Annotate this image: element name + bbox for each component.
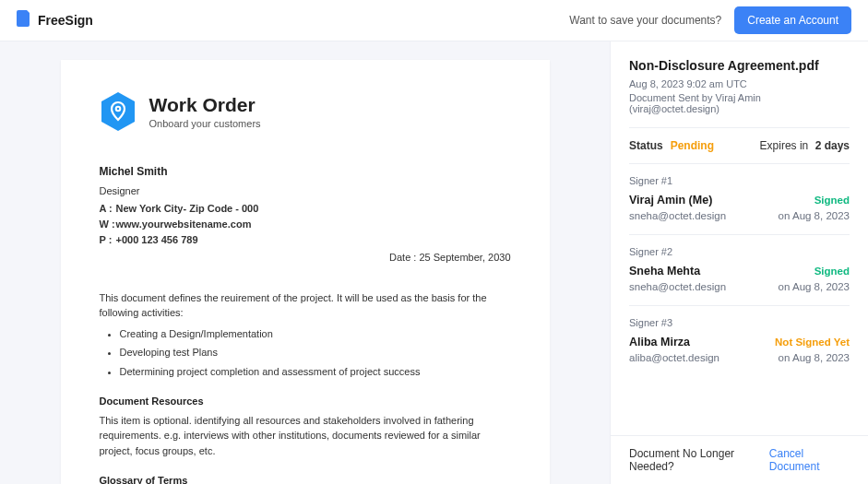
expires-value: 2 days: [815, 139, 850, 152]
status-row: Status Pending Expires in 2 days: [629, 127, 850, 163]
contact-phone: +000 123 456 789: [116, 232, 198, 248]
contact-address: New York City- Zip Code - 000: [116, 201, 259, 217]
signer-block: Signer #2 Sneha Mehta Signed sneha@octet…: [629, 234, 850, 305]
signer-status: Signed: [814, 195, 850, 206]
activities-list: Creating a Design/Implementation Develop…: [100, 326, 511, 380]
expires-label: Expires in: [760, 139, 809, 152]
intro-text: This document defines the reuirement of …: [100, 290, 511, 321]
list-item: Determining project completion and asses…: [120, 364, 511, 380]
resources-text: This item is optional. identifying all r…: [100, 413, 511, 459]
contact-name: Michel Smith: [100, 163, 259, 181]
signer-name: Aliba Mirza: [629, 336, 690, 348]
contact-website: www.yourwebsitename.com: [116, 217, 252, 232]
status-label: Status: [629, 139, 663, 152]
document-title: Work Order: [149, 94, 261, 115]
work-order-logo-icon: [100, 91, 137, 132]
sidebar-footer: Document No Longer Needed? Cancel Docume…: [611, 435, 868, 484]
status-badge: Pending: [671, 139, 714, 152]
document-timestamp: Aug 8, 2023 9:02 am UTC: [629, 78, 850, 89]
signer-date: on Aug 8, 2023: [779, 210, 850, 221]
main: Work Order Onboard your customers Michel…: [0, 41, 868, 484]
logo-text: FreeSign: [38, 13, 93, 28]
glossary-heading: Glossary of Terms: [100, 473, 511, 484]
signer-email: aliba@octet.design: [629, 352, 719, 363]
signer-status: Signed: [814, 266, 850, 277]
cancel-document-link[interactable]: Cancel Document: [769, 447, 850, 473]
logo-icon: [17, 10, 31, 30]
document-filename: Non-Disclosure Agreement.pdf: [629, 58, 850, 73]
app-header: FreeSign Want to save your documents? Cr…: [0, 0, 868, 41]
resources-heading: Document Resources: [100, 394, 511, 409]
signer-name: Viraj Amin (Me): [629, 194, 712, 207]
signer-block: Signer #3 Aliba Mirza Not Signed Yet ali…: [629, 305, 850, 376]
save-prompt: Want to save your documents?: [569, 14, 721, 27]
document-viewport[interactable]: Work Order Onboard your customers Michel…: [0, 41, 610, 484]
document-header: Work Order Onboard your customers: [100, 91, 511, 132]
document-page: Work Order Onboard your customers Michel…: [61, 60, 550, 484]
signer-date: on Aug 8, 2023: [779, 281, 850, 292]
signer-name: Sneha Mehta: [629, 265, 700, 277]
signer-email: sneha@octet.design: [629, 210, 726, 221]
signer-number: Signer #2: [629, 246, 850, 257]
footer-text: Document No Longer Needed?: [629, 447, 769, 473]
document-contact: Michel Smith Designer A :New York City- …: [100, 163, 259, 248]
document-title-group: Work Order Onboard your customers: [149, 94, 261, 128]
header-right: Want to save your documents? Create an A…: [569, 6, 851, 34]
contact-date-row: Michel Smith Designer A :New York City- …: [100, 163, 511, 263]
details-sidebar: Non-Disclosure Agreement.pdf Aug 8, 2023…: [610, 41, 868, 484]
signer-date: on Aug 8, 2023: [779, 352, 850, 363]
document-body: This document defines the reuirement of …: [100, 290, 511, 484]
signer-block: Signer #1 Viraj Amin (Me) Signed sneha@o…: [629, 163, 850, 234]
signer-number: Signer #1: [629, 175, 850, 186]
expires-info: Expires in 2 days: [760, 139, 850, 152]
document-subtitle: Onboard your customers: [149, 118, 261, 129]
list-item: Creating a Design/Implementation: [120, 326, 511, 342]
signer-number: Signer #3: [629, 317, 850, 328]
contact-role: Designer: [100, 183, 259, 199]
create-account-button[interactable]: Create an Account: [734, 6, 851, 34]
logo[interactable]: FreeSign: [17, 10, 93, 30]
document-date: Date : 25 September, 2030: [389, 252, 510, 263]
sidebar-content: Non-Disclosure Agreement.pdf Aug 8, 2023…: [611, 41, 868, 435]
document-sent-by: Document Sent by Viraj Amin (viraj@octet…: [629, 92, 850, 114]
signer-status: Not Signed Yet: [775, 336, 850, 348]
list-item: Developing test Plans: [120, 345, 511, 360]
signer-email: sneha@octet.design: [629, 281, 726, 292]
